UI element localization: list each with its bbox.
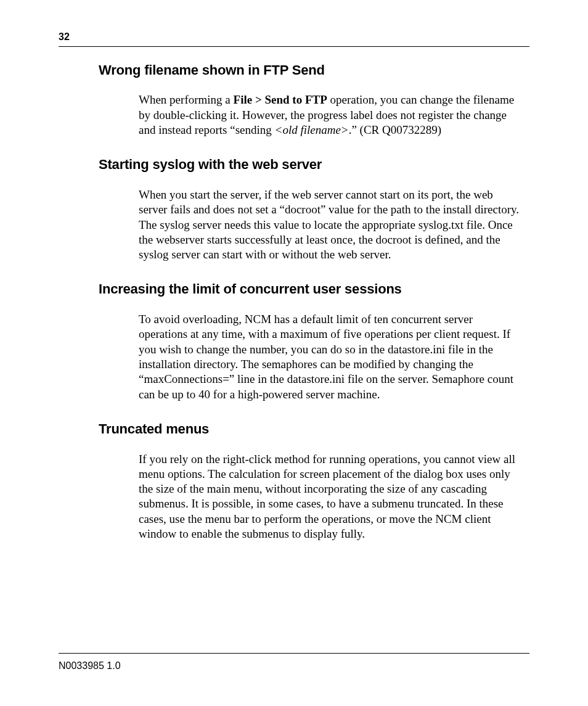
heading-truncated-menus: Truncated menus [99,421,529,438]
menu-path: File > Send to FTP [234,93,327,106]
heading-syslog: Starting syslog with the web server [99,156,529,174]
footer: N0033985 1.0 [59,648,529,673]
text-run: When performing a [139,93,234,106]
heading-concurrent-sessions: Increasing the limit of concurrent user … [99,281,529,298]
page: 32 Wrong filename shown in FTP Send When… [0,0,588,706]
para-concurrent-sessions: To avoid overloading, NCM has a default … [139,312,523,402]
content-area: Wrong filename shown in FTP Send When pe… [59,62,529,542]
heading-ftp-send: Wrong filename shown in FTP Send [99,62,529,80]
header-rule [59,46,529,47]
text-run: .” (CR Q00732289) [349,123,441,136]
filename-placeholder: <old filename> [275,123,349,136]
para-ftp-send: When performing a File > Send to FTP ope… [139,92,523,138]
footer-rule [59,653,529,654]
para-syslog: When you start the server, if the web se… [139,187,523,263]
para-truncated-menus: If you rely on the right-click method fo… [139,452,523,542]
page-number: 32 [59,31,529,44]
document-id: N0033985 1.0 [59,660,121,671]
